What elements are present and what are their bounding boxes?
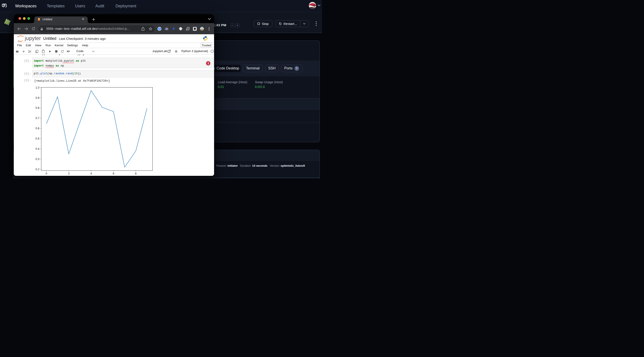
svg-text:6: 6 — [113, 172, 114, 175]
svg-text:0: 0 — [46, 172, 47, 175]
svg-text:0.3: 0.3 — [36, 158, 40, 161]
svg-text:0.5: 0.5 — [36, 137, 40, 140]
svg-text:0.8: 0.8 — [36, 106, 40, 110]
svg-text:0.9: 0.9 — [36, 96, 40, 100]
svg-text:0.2: 0.2 — [36, 168, 40, 171]
svg-text:0.6: 0.6 — [36, 127, 40, 130]
svg-text:8: 8 — [135, 172, 137, 175]
svg-text:4: 4 — [90, 172, 92, 175]
svg-text:0.4: 0.4 — [36, 147, 40, 150]
svg-text:0.7: 0.7 — [36, 117, 40, 120]
svg-text:1.0: 1.0 — [36, 86, 40, 89]
svg-text:2: 2 — [68, 172, 70, 175]
